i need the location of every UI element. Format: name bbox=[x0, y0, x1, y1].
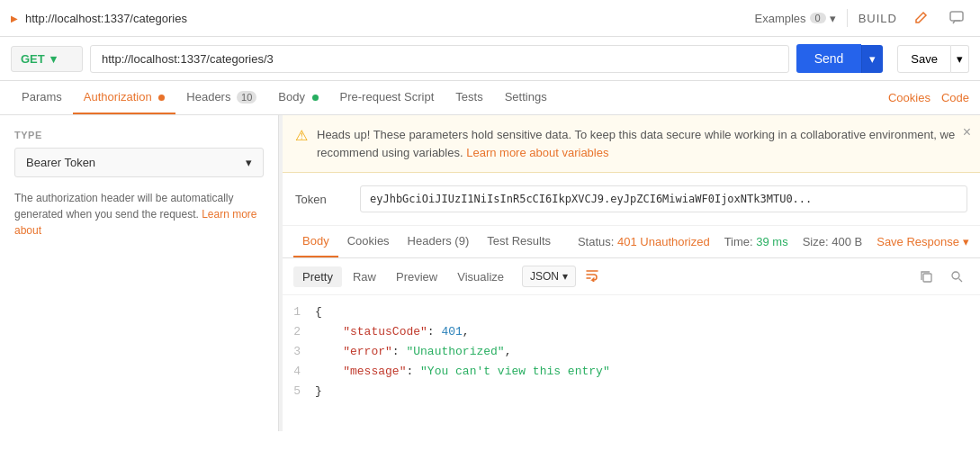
time-label: Time: bbox=[724, 235, 753, 248]
method-label: GET bbox=[21, 52, 45, 66]
response-status: Status: 401 Unauthorized Time: 39 ms Siz… bbox=[578, 235, 969, 248]
examples-badge: 0 bbox=[810, 13, 826, 23]
type-select[interactable]: Bearer Token ▾ bbox=[14, 148, 264, 177]
send-group: Send ▾ bbox=[796, 44, 884, 73]
format-dropdown-icon: ▾ bbox=[562, 270, 568, 283]
type-label: TYPE bbox=[14, 130, 264, 140]
top-bar-right: Examples 0 ▾ BUILD bbox=[755, 5, 970, 31]
save-response-label: Save Response bbox=[877, 235, 959, 248]
tabs-bar: Params Authorization Headers 10 Body Pre… bbox=[0, 81, 980, 115]
save-dropdown-button[interactable]: ▾ bbox=[951, 45, 969, 73]
top-bar: ▶ http://localhost:1337/categories Examp… bbox=[0, 0, 980, 37]
save-dropdown-icon: ▾ bbox=[957, 52, 963, 66]
right-panel: ⚠ Heads up! These parameters hold sensit… bbox=[283, 115, 980, 431]
wrap-icon[interactable] bbox=[585, 267, 599, 285]
token-row: Token bbox=[283, 173, 980, 226]
type-dropdown-icon: ▾ bbox=[246, 156, 252, 169]
size-value: 400 B bbox=[832, 235, 862, 248]
resp-tab-headers[interactable]: Headers (9) bbox=[399, 226, 479, 257]
pencil-icon-button[interactable] bbox=[908, 5, 933, 31]
tab-tests[interactable]: Tests bbox=[445, 81, 493, 114]
tab-settings[interactable]: Settings bbox=[494, 81, 558, 114]
copy-button[interactable] bbox=[913, 264, 939, 289]
raw-button[interactable]: Raw bbox=[344, 266, 385, 287]
body-dot bbox=[312, 95, 319, 101]
format-select[interactable]: JSON ▾ bbox=[522, 266, 576, 287]
type-value: Bearer Token bbox=[26, 156, 95, 169]
send-button[interactable]: Send bbox=[796, 44, 862, 73]
divider bbox=[847, 9, 848, 27]
build-button[interactable]: BUILD bbox=[859, 12, 897, 25]
send-dropdown-button[interactable]: ▾ bbox=[861, 45, 883, 73]
method-select[interactable]: GET ▾ bbox=[11, 46, 83, 72]
chat-icon-button[interactable] bbox=[944, 5, 969, 31]
tab-pre-request[interactable]: Pre-request Script bbox=[329, 81, 445, 114]
chat-icon bbox=[949, 11, 964, 25]
code-line-4: 4 "message": "You can't view this entry" bbox=[283, 362, 980, 382]
status-value: 401 Unauthorized bbox=[617, 235, 710, 248]
top-bar-url: http://localhost:1337/categories bbox=[25, 12, 748, 25]
learn-more-variables-link[interactable]: Learn more about variables bbox=[466, 146, 608, 159]
pencil-icon bbox=[913, 11, 928, 25]
status-label: Status: bbox=[578, 235, 614, 248]
alert-message: Heads up! These parameters hold sensitiv… bbox=[317, 128, 955, 159]
examples-button[interactable]: Examples 0 ▾ bbox=[755, 12, 836, 25]
send-dropdown-icon: ▾ bbox=[869, 52, 876, 66]
main-content: TYPE Bearer Token ▾ The authorization he… bbox=[0, 115, 980, 431]
url-input[interactable] bbox=[90, 45, 789, 73]
svg-point-2 bbox=[952, 272, 959, 279]
tab-headers[interactable]: Headers 10 bbox=[175, 81, 267, 114]
format-right bbox=[913, 264, 969, 289]
code-link[interactable]: Code bbox=[941, 91, 969, 104]
size-label: Size: bbox=[803, 235, 829, 248]
svg-rect-0 bbox=[950, 12, 963, 21]
resp-tab-test-results[interactable]: Test Results bbox=[478, 226, 560, 257]
response-area: Body Cookies Headers (9) Test Results St… bbox=[283, 226, 980, 431]
resp-tab-cookies[interactable]: Cookies bbox=[338, 226, 399, 257]
save-group: Save ▾ bbox=[897, 45, 969, 73]
arrow-icon: ▶ bbox=[11, 14, 18, 23]
url-bar: GET ▾ Send ▾ Save ▾ bbox=[0, 37, 980, 81]
response-header: Body Cookies Headers (9) Test Results St… bbox=[283, 226, 980, 258]
tab-right-links: Cookies Code bbox=[888, 91, 969, 104]
svg-line-3 bbox=[958, 278, 962, 282]
code-line-5: 5 } bbox=[283, 382, 980, 401]
tab-body[interactable]: Body bbox=[267, 81, 328, 114]
resp-tab-body[interactable]: Body bbox=[293, 226, 338, 257]
headers-badge: 10 bbox=[237, 91, 256, 104]
token-label: Token bbox=[295, 193, 349, 206]
time-value: 39 ms bbox=[756, 235, 787, 248]
alert-close-button[interactable]: × bbox=[963, 124, 971, 140]
alert-banner: ⚠ Heads up! These parameters hold sensit… bbox=[283, 115, 980, 173]
examples-label: Examples bbox=[755, 12, 806, 25]
format-toolbar: Pretty Raw Preview Visualize JSON ▾ bbox=[283, 258, 980, 295]
save-response-dropdown-icon: ▾ bbox=[963, 235, 969, 248]
save-response-button[interactable]: Save Response ▾ bbox=[877, 235, 969, 248]
method-dropdown-icon: ▾ bbox=[50, 52, 57, 66]
format-select-value: JSON bbox=[530, 270, 559, 283]
visualize-button[interactable]: Visualize bbox=[448, 266, 513, 287]
code-line-2: 2 "statusCode": 401, bbox=[283, 322, 980, 342]
left-panel: TYPE Bearer Token ▾ The authorization he… bbox=[0, 115, 279, 431]
alert-icon: ⚠ bbox=[295, 127, 308, 144]
cookies-link[interactable]: Cookies bbox=[888, 91, 931, 104]
svg-rect-1 bbox=[923, 274, 931, 282]
token-input[interactable] bbox=[360, 185, 967, 212]
search-icon bbox=[950, 270, 964, 284]
auth-note-text: The authorization header will be automat… bbox=[14, 192, 233, 221]
code-line-3: 3 "error": "Unauthorized", bbox=[283, 342, 980, 362]
tab-params[interactable]: Params bbox=[11, 81, 73, 114]
examples-dropdown-icon: ▾ bbox=[830, 12, 836, 25]
code-area: 1 { 2 "statusCode": 401, 3 "error": "Una… bbox=[283, 295, 980, 431]
code-line-1: 1 { bbox=[283, 302, 980, 322]
search-button[interactable] bbox=[944, 264, 969, 289]
save-button[interactable]: Save bbox=[897, 45, 951, 73]
auth-note: The authorization header will be automat… bbox=[14, 190, 264, 239]
authorization-dot bbox=[158, 95, 165, 101]
copy-icon bbox=[920, 270, 933, 284]
tab-authorization[interactable]: Authorization bbox=[73, 81, 176, 114]
preview-button[interactable]: Preview bbox=[387, 266, 446, 287]
pretty-button[interactable]: Pretty bbox=[293, 266, 342, 287]
alert-text: Heads up! These parameters hold sensitiv… bbox=[317, 126, 967, 161]
